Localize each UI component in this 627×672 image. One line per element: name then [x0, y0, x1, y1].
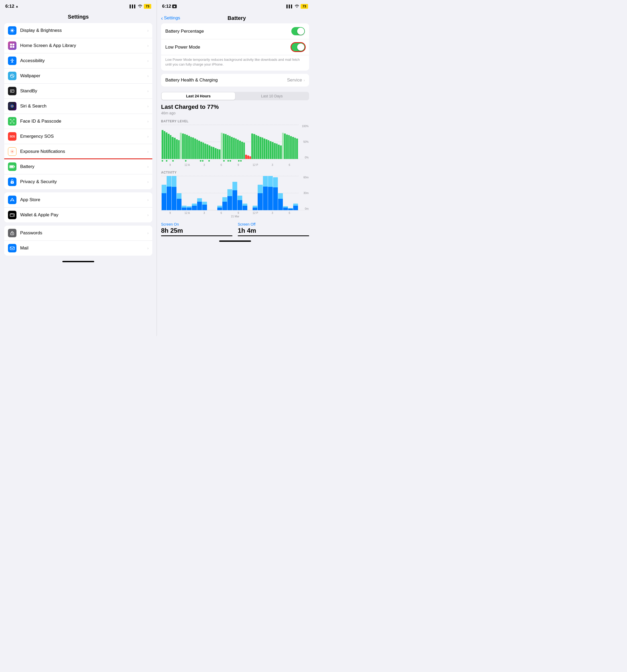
battery-bar	[229, 136, 231, 159]
settings-item-accessibility[interactable]: Accessibility ›	[4, 53, 152, 69]
settings-item-wallpaper[interactable]: Wallpaper ›	[4, 69, 152, 83]
home-bar	[62, 261, 94, 262]
battery-bar	[174, 138, 176, 159]
battery-bar	[207, 144, 208, 159]
battery-bar	[209, 145, 211, 159]
tab-24hours[interactable]: Last 24 Hours	[162, 92, 235, 100]
settings-item-privacy[interactable]: Privacy & Security ›	[4, 174, 152, 189]
privacy-icon	[8, 177, 17, 186]
charging-dot	[187, 160, 189, 162]
charging-dot	[217, 160, 218, 162]
activity-bar-group	[258, 176, 262, 210]
settings-item-battery[interactable]: Battery ›	[4, 159, 152, 174]
mail-label: Mail	[20, 245, 147, 251]
settings-item-faceid[interactable]: Face ID & Passcode ›	[4, 114, 152, 129]
svg-rect-21	[13, 119, 14, 120]
low-power-mode-row: Low Power Mode	[161, 39, 309, 55]
svg-line-7	[10, 31, 11, 32]
faceid-chevron: ›	[147, 119, 149, 123]
svg-rect-10	[13, 44, 14, 45]
activity-bar-light	[258, 185, 262, 193]
back-button[interactable]: ‹ Settings	[161, 15, 180, 21]
battery-bar	[274, 143, 276, 159]
act-x-3: 3	[196, 212, 213, 214]
battery-bar	[233, 138, 235, 159]
battery-bar	[184, 134, 186, 159]
settings-item-passwords[interactable]: Passwords ›	[4, 225, 152, 241]
battery-bar	[196, 140, 198, 159]
battery-bar	[257, 136, 259, 159]
standby-icon	[8, 87, 17, 95]
activity-bar-dark	[222, 202, 227, 210]
svg-rect-22	[10, 123, 11, 123]
activity-bar-dark	[273, 187, 278, 210]
activity-bar-dark	[258, 193, 262, 210]
low-power-toggle[interactable]	[291, 43, 305, 51]
charging-dot	[221, 160, 223, 162]
right-time: 6:12	[162, 4, 171, 9]
charging-dot	[168, 160, 170, 162]
screen-off-label: Screen Off	[238, 222, 309, 226]
battery-bar	[227, 135, 229, 159]
settings-item-appstore[interactable]: App Store ›	[4, 192, 152, 208]
battery-bar	[235, 139, 237, 159]
charging-dot	[166, 160, 167, 162]
charging-dot	[172, 160, 174, 162]
battery-nav: ‹ Settings Battery	[157, 12, 313, 23]
activity-bar-light	[167, 176, 171, 187]
x-label-6: 6	[213, 164, 230, 166]
battery-content: Battery Percentage Low Power Mode Low Po…	[157, 23, 313, 336]
activity-bar-dark	[268, 187, 273, 211]
activity-bar-dark	[288, 209, 293, 210]
charging-dot	[227, 160, 229, 162]
wallet-label: Wallet & Apple Pay	[20, 212, 147, 218]
sos-icon: SOS	[8, 132, 17, 141]
charging-dot	[236, 160, 238, 162]
battery-bar	[290, 136, 292, 159]
settings-item-homescreen[interactable]: Home Screen & App Library ›	[4, 38, 152, 53]
settings-item-sos[interactable]: SOS Emergency SOS ›	[4, 129, 152, 144]
battery-bar	[221, 133, 223, 159]
battery-bar	[213, 147, 214, 159]
activity-bar-light	[222, 197, 227, 202]
activity-bar-light	[293, 203, 298, 206]
display-chevron: ›	[147, 28, 149, 33]
charging-dot	[202, 160, 203, 162]
battery-bar	[172, 137, 173, 159]
battery-bar	[294, 138, 296, 159]
left-status-icons: ▌▌▌ 73	[129, 4, 151, 9]
settings-item-siri[interactable]: Siri & Search ›	[4, 99, 152, 114]
charging-dot	[185, 160, 187, 162]
battery-bar	[166, 133, 167, 159]
battery-bar	[194, 139, 196, 159]
x-label-12a: 12 A	[178, 164, 196, 166]
svg-point-25	[13, 121, 13, 121]
activity-bar-dark	[172, 187, 176, 211]
activity-bar-group	[207, 176, 212, 210]
settings-item-mail[interactable]: Mail ›	[4, 241, 152, 256]
activity-bar-group	[167, 176, 171, 210]
charging-dot	[204, 160, 206, 162]
tab-10days[interactable]: Last 10 Days	[235, 92, 309, 100]
settings-item-exposure[interactable]: Exposure Notifications ›	[4, 144, 152, 159]
battery-bar	[272, 142, 273, 159]
health-charging-row[interactable]: Battery Health & Charging Service ›	[161, 74, 309, 87]
activity-bar-light	[233, 182, 237, 190]
activity-bar-dark	[162, 193, 166, 210]
battery-percentage-toggle[interactable]	[291, 27, 305, 35]
battery-bar	[237, 140, 239, 159]
settings-title: Settings	[0, 12, 156, 23]
activity-bar-dark	[252, 208, 257, 211]
charging-dot	[176, 160, 178, 162]
svg-point-34	[12, 182, 13, 183]
display-icon	[8, 26, 17, 35]
charging-dot	[189, 160, 191, 162]
settings-item-display[interactable]: Display & Brightness ›	[4, 23, 152, 38]
battery-bar	[215, 148, 217, 159]
battery-bar	[182, 134, 184, 159]
settings-item-standby[interactable]: StandBy ›	[4, 83, 152, 99]
charging-dot	[183, 160, 185, 162]
battery-bar	[286, 135, 288, 159]
settings-item-wallet[interactable]: Wallet & Apple Pay ›	[4, 208, 152, 222]
recording-icon: ■	[172, 4, 177, 8]
